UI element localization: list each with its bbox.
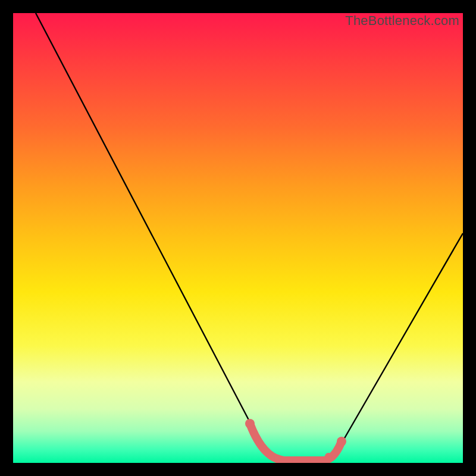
curve-path [36,13,463,463]
highlight-dot [337,437,346,446]
bottleneck-curve [13,13,463,463]
highlight-dot [259,444,267,451]
chart-plot-area: TheBottleneck.com [13,13,463,463]
watermark-text: TheBottleneck.com [345,13,459,29]
highlight-dot [274,455,281,462]
highlight-dot [325,453,332,460]
highlight-dot [245,419,255,428]
